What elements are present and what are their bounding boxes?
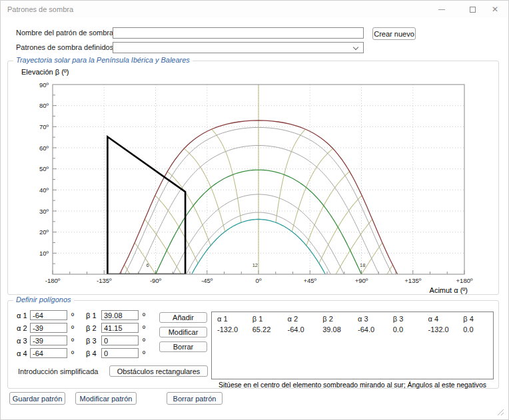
beta-1-label: β 1 [86,312,97,319]
alpha-2-input[interactable] [30,323,67,333]
defined-patterns-label: Patrones de sombra definidos [16,43,113,51]
title-bar: Patrones de sombra ✕ [1,1,508,18]
beta-3-label: β 3 [86,337,97,345]
degree-label: º [143,337,145,345]
y-tick-label: 50º [39,165,49,172]
x-tick-label: +180º [456,277,473,284]
alpha-4-input[interactable] [30,348,67,358]
degree-label: º [143,324,145,332]
table-header-cell: α 4 [423,312,458,324]
hour-label: 12 [253,262,258,268]
y-tick-label: 60º [39,144,49,152]
name-pattern-input[interactable] [113,27,364,39]
degree-label: º [71,312,74,319]
close-button[interactable]: ✕ [484,1,506,18]
window-title: Patrones de sombra [7,1,73,18]
table-cell: 0.0 [458,324,493,335]
polygons-table[interactable]: α 1β 1α 2β 2α 3β 3α 4β 4 -132.065.22-64.… [211,312,494,379]
beta-2-label: β 2 [86,324,97,332]
name-pattern-label: Nombre del patrón de sombras [16,29,117,37]
degree-label: º [71,324,74,332]
resize-grip[interactable] [496,408,504,416]
close-icon: ✕ [492,5,498,14]
alpha-1-label: α 1 [17,312,27,319]
y-tick-label: 30º [39,208,49,215]
beta-3-input[interactable] [101,335,139,345]
hour-label: 6 [146,262,149,268]
degree-label: º [71,337,74,345]
orientation-note: Sitúese en el centro del elemento sombre… [207,381,498,389]
y-tick-label: 20º [39,228,49,236]
y-tick-label: 10º [39,250,49,257]
solar-trajectory-group: Trayectoria solar para la Península Ibér… [7,61,499,295]
alpha-3-input[interactable] [30,335,67,345]
x-tick-label: -90º [150,277,162,284]
beta-4-label: β 4 [86,349,97,357]
patrones-de-sombra-dialog: Patrones de sombra ✕ Nombre del patrón d… [0,0,509,420]
degree-label: º [143,349,145,357]
table-header-cell: β 2 [317,312,352,324]
modify-pattern-button[interactable]: Modificar patrón [75,392,137,405]
alpha-1-input[interactable] [30,310,67,320]
modify-polygon-button[interactable]: Modificar [159,327,207,337]
x-tick-label: -135º [97,277,112,284]
table-header-cell: α 1 [212,312,247,324]
maximize-button[interactable] [462,1,483,18]
table-cell: -132.0 [212,324,247,335]
table-cell: 65.22 [247,324,282,335]
polygons-table-header-row: α 1β 1α 2β 2α 3β 3α 4β 4 [212,312,493,324]
degree-label: º [71,349,74,357]
rectangular-obstacles-button[interactable]: Obstáculos rectangulares [109,365,208,377]
simplified-input-label: Introducción simplificada [18,367,98,375]
y-tick-label: 40º [39,186,49,194]
alpha-4-label: α 4 [17,349,27,357]
table-header-cell: β 4 [458,312,493,324]
table-cell: -132.0 [423,324,458,335]
table-header-cell: β 1 [247,312,282,324]
chart-x-axis-label: Acimut α (º) [401,286,468,294]
y-tick-label: 70º [39,123,49,130]
delete-polygon-button[interactable]: Borrar [159,341,207,352]
add-polygon-button[interactable]: Añadir [159,312,207,323]
define-polygons-group: Definir polígonos α 1ºβ 1ºα 2ºβ 2ºα 3ºβ … [7,300,499,389]
beta-4-input[interactable] [101,348,139,358]
y-tick-label: 90º [39,81,49,89]
minimize-icon [438,9,445,10]
x-tick-label: +135º [404,277,421,284]
delete-pattern-button[interactable]: Borrar patrón [167,392,223,405]
y-tick-label: 80º [39,102,49,109]
table-row[interactable]: -132.065.22-64.039.08-64.00.0-132.00.0 [212,324,493,335]
shadow-polygon [107,137,185,275]
hour-label: 18 [360,262,365,268]
x-tick-label: -180º [45,277,61,284]
minimize-button[interactable] [431,1,452,18]
x-tick-label: -45º [201,277,213,284]
table-cell: -64.0 [352,324,388,335]
chevron-down-icon [353,45,358,50]
alpha-2-label: α 2 [17,324,27,332]
table-header-cell: α 3 [352,312,388,324]
save-pattern-button[interactable]: Guardar patrón [9,392,65,405]
chart-y-axis-label: Elevación β (º) [21,68,69,76]
table-cell: 39.08 [317,324,352,335]
maximize-icon [470,7,476,13]
beta-1-input[interactable] [101,310,139,320]
table-cell: 0.0 [388,324,423,335]
degree-label: º [143,312,145,319]
beta-2-input[interactable] [101,323,139,333]
table-header-cell: β 3 [388,312,423,324]
table-header-cell: α 2 [282,312,318,324]
alpha-3-label: α 3 [17,337,27,345]
sun-path-chart: 10º20º30º40º50º60º70º80º90º-180º-135º-90… [8,61,500,296]
table-cell: -64.0 [282,324,318,335]
defined-patterns-combobox[interactable] [113,42,364,53]
x-tick-label: 0º [256,277,262,284]
x-tick-label: +90º [355,277,368,284]
x-tick-label: +45º [303,277,316,284]
create-new-button[interactable]: Crear nuevo [372,27,416,40]
